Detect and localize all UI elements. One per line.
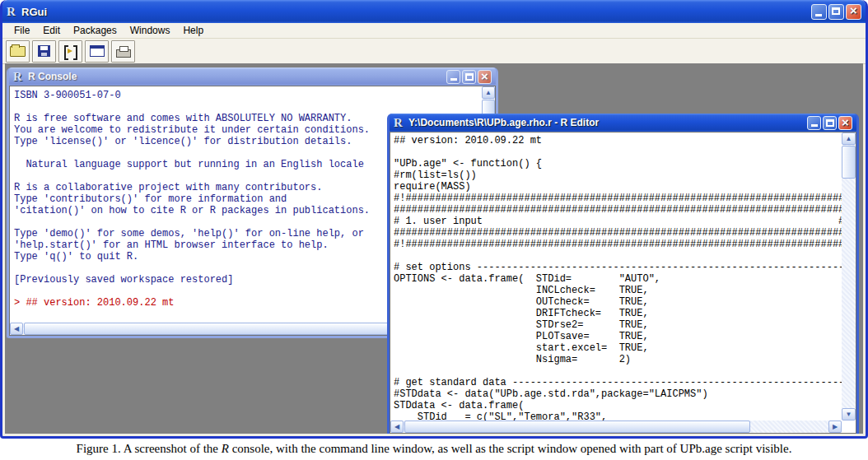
menu-windows[interactable]: Windows bbox=[124, 24, 177, 37]
editor-maximize-button[interactable] bbox=[823, 116, 837, 130]
console-window-icon bbox=[90, 45, 105, 57]
toolbar bbox=[2, 39, 866, 64]
rgui-main-window: R RGui File Edit Packages Windows Help bbox=[0, 0, 868, 439]
caption-prefix: Figure 1. A screenshot of the bbox=[77, 442, 222, 455]
editor-vertical-scrollbar[interactable]: ▲ ▼ bbox=[842, 132, 856, 421]
caption-suffix: console, with the command line window, a… bbox=[229, 442, 791, 455]
editor-client: ## version: 2010.09.22 mt "UPb.age" <- f… bbox=[390, 132, 856, 434]
menu-help[interactable]: Help bbox=[176, 24, 210, 37]
copy-paste-button[interactable] bbox=[58, 40, 82, 63]
scroll-up-icon[interactable]: ▲ bbox=[842, 132, 856, 145]
menu-file[interactable]: File bbox=[7, 24, 36, 37]
minimize-button[interactable] bbox=[811, 4, 827, 20]
main-window-title: RGui bbox=[21, 6, 811, 18]
scroll-up-icon[interactable]: ▲ bbox=[482, 86, 495, 99]
r-logo-icon: R bbox=[394, 116, 408, 130]
print-icon bbox=[116, 49, 131, 58]
editor-text-area[interactable]: ## version: 2010.09.22 mt "UPb.age" <- f… bbox=[390, 132, 842, 421]
menu-edit[interactable]: Edit bbox=[36, 24, 67, 37]
editor-minimize-button[interactable] bbox=[807, 116, 821, 130]
open-icon bbox=[10, 46, 26, 57]
console-titlebar[interactable]: R R Console bbox=[9, 67, 496, 86]
menu-packages[interactable]: Packages bbox=[67, 24, 124, 37]
save-button[interactable] bbox=[32, 40, 56, 63]
editor-horizontal-scrollbar[interactable]: ◀ ▶ bbox=[390, 421, 842, 433]
mdi-client-area: R R Console ISBN 3-900051-07-0 R is free… bbox=[5, 63, 863, 434]
figure-caption: Figure 1. A screenshot of the R console,… bbox=[0, 442, 868, 456]
scroll-right-icon[interactable]: ▶ bbox=[828, 421, 842, 433]
maximize-button[interactable] bbox=[828, 4, 844, 20]
r-logo-icon: R bbox=[7, 5, 21, 19]
r-editor-window: R Y:\Documents\R\UPb.age.rho.r - R Edito… bbox=[387, 114, 859, 434]
scrollbar-thumb[interactable] bbox=[842, 146, 856, 179]
console-window-button[interactable] bbox=[85, 40, 109, 63]
console-maximize-button[interactable] bbox=[462, 70, 476, 84]
print-button[interactable] bbox=[111, 40, 135, 63]
open-script-button[interactable] bbox=[6, 40, 30, 63]
scrollbar-thumb[interactable] bbox=[404, 421, 750, 433]
scroll-down-icon[interactable]: ▼ bbox=[842, 408, 856, 421]
console-minimize-button[interactable] bbox=[446, 70, 460, 84]
scroll-left-icon[interactable]: ◀ bbox=[390, 421, 404, 433]
copy-paste-icon bbox=[64, 45, 77, 57]
r-logo-icon: R bbox=[13, 70, 28, 84]
close-button[interactable] bbox=[846, 4, 861, 20]
scroll-left-icon[interactable]: ◀ bbox=[10, 323, 23, 335]
editor-titlebar[interactable]: R Y:\Documents\R\UPb.age.rho.r - R Edito… bbox=[390, 114, 856, 132]
screenshot-page: R RGui File Edit Packages Windows Help bbox=[0, 0, 868, 460]
console-window-title: R Console bbox=[28, 71, 446, 82]
menu-bar: File Edit Packages Windows Help bbox=[2, 23, 866, 39]
console-close-button[interactable] bbox=[478, 70, 492, 84]
caption-italic-r: R bbox=[222, 442, 229, 455]
editor-code[interactable]: ## version: 2010.09.22 mt "UPb.age" <- f… bbox=[394, 135, 842, 421]
save-icon bbox=[38, 45, 50, 57]
main-titlebar[interactable]: R RGui bbox=[2, 0, 866, 23]
editor-window-title: Y:\Documents\R\UPb.age.rho.r - R Editor bbox=[408, 117, 807, 128]
editor-close-button[interactable] bbox=[838, 116, 852, 130]
